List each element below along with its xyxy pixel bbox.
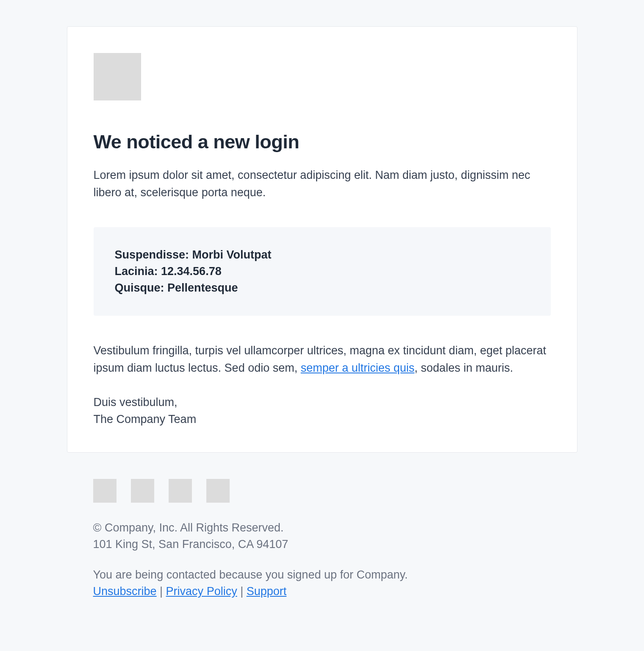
detail-row-1: Suspendisse: Morbi Volutpat [115, 247, 530, 263]
footer-address: 101 King St, San Francisco, CA 94107 [93, 536, 551, 553]
email-intro: Lorem ipsum dolor sit amet, consectetur … [94, 167, 551, 201]
social-row [93, 479, 551, 503]
email-paragraph: Vestibulum fringilla, turpis vel ullamco… [94, 342, 551, 376]
footer-contact-reason: You are being contacted because you sign… [93, 567, 551, 583]
inline-link[interactable]: semper a ultricies quis [301, 362, 415, 374]
logo-placeholder [94, 53, 141, 100]
social-icon-1[interactable] [93, 479, 117, 503]
email-footer: © Company, Inc. All Rights Reserved. 101… [67, 479, 577, 600]
detail-row-2: Lacinia: 12.34.56.78 [115, 263, 530, 280]
footer-links-row: Unsubscribe | Privacy Policy | Support [93, 583, 551, 600]
signoff: Duis vestibulum, The Company Team [94, 394, 551, 427]
separator: | [237, 585, 247, 598]
separator: | [157, 585, 166, 598]
privacy-policy-link[interactable]: Privacy Policy [166, 585, 237, 598]
detail-row-3: Quisque: Pellentesque [115, 280, 530, 296]
signoff-line2: The Company Team [94, 413, 197, 426]
footer-copyright: © Company, Inc. All Rights Reserved. [93, 520, 551, 536]
social-icon-4[interactable] [206, 479, 230, 503]
login-detail-box: Suspendisse: Morbi Volutpat Lacinia: 12.… [94, 227, 551, 316]
social-icon-3[interactable] [169, 479, 192, 503]
email-title: We noticed a new login [94, 131, 551, 153]
support-link[interactable]: Support [247, 585, 287, 598]
email-card: We noticed a new login Lorem ipsum dolor… [67, 26, 577, 453]
paragraph-after-link: , sodales in mauris. [414, 362, 513, 374]
social-icon-2[interactable] [131, 479, 154, 503]
signoff-line1: Duis vestibulum, [94, 396, 178, 409]
unsubscribe-link[interactable]: Unsubscribe [93, 585, 157, 598]
